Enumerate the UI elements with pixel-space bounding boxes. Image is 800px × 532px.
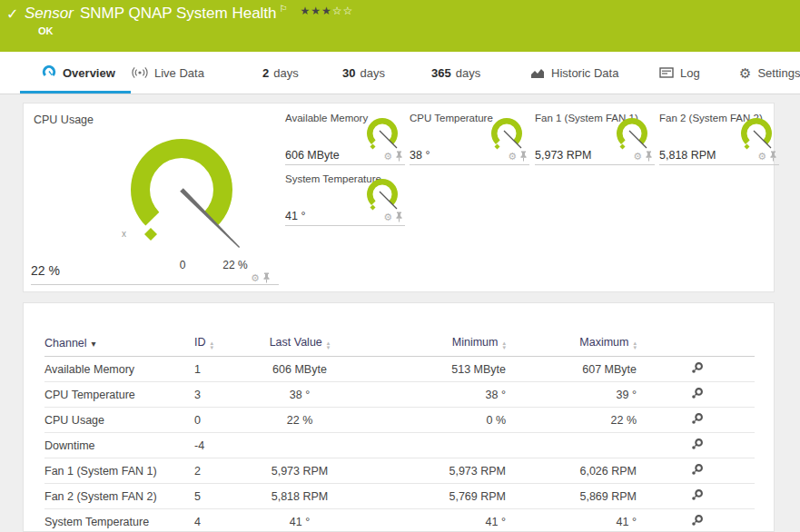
tab-log[interactable]: Log — [659, 52, 700, 94]
channel-id: 3 — [194, 382, 244, 408]
table-header-row: Channel▾ ID▴▾ Last Value▴▾ Minimum▴▾ Max… — [44, 336, 755, 357]
log-list-icon — [659, 67, 674, 78]
tab-live-data[interactable]: Live Data — [132, 52, 204, 94]
maximum-value: 41 ° — [509, 509, 640, 532]
channels-table: Channel▾ ID▴▾ Last Value▴▾ Minimum▴▾ Max… — [44, 336, 755, 532]
channels-panel: Channel▾ ID▴▾ Last Value▴▾ Minimum▴▾ Max… — [23, 302, 775, 532]
area-chart-icon — [530, 67, 545, 79]
col-header-last-value[interactable]: Last Value▴▾ — [244, 336, 355, 357]
sort-icon: ▴▾ — [502, 340, 506, 350]
pin-icon[interactable] — [519, 151, 528, 162]
channel-id: 2 — [194, 458, 244, 484]
priority-flag-icon[interactable]: ⚐ — [280, 4, 288, 14]
channel-name: CPU Usage — [44, 408, 194, 433]
gear-icon[interactable]: ⚙ — [508, 152, 517, 162]
tab-label: days — [273, 66, 298, 80]
channel-settings-icon[interactable] — [691, 412, 704, 428]
maximum-value: 39 ° — [509, 382, 640, 408]
tab-number: 2 — [262, 66, 269, 80]
tab-30-days[interactable]: 30 days — [342, 52, 385, 94]
gauge-value: 606 MByte — [285, 149, 340, 162]
channel-settings-icon[interactable] — [691, 463, 704, 478]
tab-365-days[interactable]: 365 days — [431, 52, 480, 94]
sort-icon: ▴▾ — [633, 340, 637, 350]
tab-label: Overview — [63, 66, 115, 80]
gauge-cell-actions: ⚙ — [508, 151, 528, 162]
tab-2-days[interactable]: 2 days — [262, 52, 299, 94]
channel-name: Fan 1 (System FAN 1) — [44, 458, 194, 484]
table-row: Downtime -4 — [44, 433, 755, 458]
pin-icon[interactable] — [395, 212, 403, 222]
minimum-value: 41 ° — [355, 509, 509, 532]
gear-icon[interactable]: ⚙ — [757, 152, 766, 162]
gauge-cell-actions: ⚙ — [757, 151, 777, 162]
stars-filled[interactable]: ★★★ — [301, 5, 332, 17]
gauge-value: 41 ° — [285, 210, 305, 222]
maximum-value: 6,026 RPM — [509, 458, 640, 484]
channel-settings-icon[interactable] — [691, 361, 704, 377]
gauge-icon — [42, 65, 56, 80]
gauge-scale-min: 0 — [173, 259, 192, 271]
channel-settings-icon[interactable] — [691, 387, 704, 402]
last-value: 5,973 RPM — [244, 458, 355, 484]
sensor-type-label: Sensor — [25, 5, 74, 22]
gauge-label: CPU Temperature — [410, 113, 493, 123]
col-header-channel[interactable]: Channel▾ — [44, 336, 194, 357]
status-ok-check-icon: ✓ — [6, 5, 18, 23]
tab-label: Settings — [757, 66, 800, 80]
tab-label: Historic Data — [551, 66, 618, 80]
tab-historic-data[interactable]: Historic Data — [530, 52, 618, 94]
channel-settings-icon[interactable] — [691, 488, 704, 504]
tab-bar: Overview Live Data 2 days 30 days 365 da… — [0, 52, 800, 94]
pin-icon[interactable] — [769, 151, 777, 162]
table-row: CPU Usage 0 22 % 0 % 22 % — [44, 408, 755, 433]
minimum-value: 38 ° — [355, 382, 509, 408]
prtg-sensor-page: ✓ SensorSNMP QNAP System Health⚐★★★☆☆ OK… — [0, 0, 800, 532]
last-value: 5,818 RPM — [244, 484, 355, 509]
gauge-value: 5,818 RPM — [659, 149, 716, 162]
gear-icon[interactable]: ⚙ — [251, 273, 260, 283]
col-header-id[interactable]: ID▴▾ — [194, 336, 244, 357]
minimum-value: 0 % — [355, 408, 509, 433]
gear-icon[interactable]: ⚙ — [383, 152, 392, 162]
gear-icon: ⚙ — [739, 66, 751, 80]
gear-icon[interactable]: ⚙ — [383, 212, 392, 222]
gear-icon[interactable]: ⚙ — [633, 152, 642, 162]
sort-desc-icon: ▾ — [92, 339, 96, 349]
table-row: Available Memory 1 606 MByte 513 MByte 6… — [44, 357, 755, 382]
tab-number: 30 — [342, 66, 355, 80]
tab-label: Log — [680, 66, 700, 80]
stars-empty[interactable]: ☆☆ — [332, 5, 354, 17]
tab-label: days — [456, 66, 480, 80]
page-title: SNMP QNAP System Health — [80, 5, 277, 22]
table-row: Fan 2 (System FAN 2) 5 5,818 RPM 5,769 R… — [44, 484, 755, 509]
channel-id: 5 — [194, 484, 244, 509]
table-row: System Temperature 4 41 ° 41 ° 41 ° — [44, 509, 755, 532]
favorite-star-rating[interactable]: ★★★☆☆ — [301, 5, 354, 17]
pin-icon[interactable] — [645, 151, 653, 162]
tab-label: days — [360, 66, 384, 80]
col-header-maximum[interactable]: Maximum▴▾ — [509, 336, 640, 357]
maximum-value: 22 % — [509, 408, 640, 433]
gauge-value: 38 ° — [410, 149, 430, 162]
sensor-title-line: SensorSNMP QNAP System Health⚐★★★☆☆ — [25, 4, 353, 23]
gauge-cell-system-temperature: System Temperature 41 ° ⚙ — [285, 173, 405, 226]
tab-settings[interactable]: ⚙ Settings — [739, 52, 800, 94]
col-header-minimum[interactable]: Minimum▴▾ — [355, 336, 509, 357]
channel-id: -4 — [194, 433, 244, 458]
tab-overview[interactable]: Overview — [42, 52, 115, 94]
gauge-axis-mark: x — [122, 229, 126, 239]
tab-number: 365 — [431, 66, 451, 80]
channel-name: Available Memory — [44, 357, 194, 382]
channel-settings-icon[interactable] — [691, 438, 704, 453]
last-value: 38 ° — [244, 382, 355, 408]
gauge-cell-fan1: Fan 1 (System FAN 1) 5,973 RPM ⚙ — [535, 113, 655, 165]
channel-name: Downtime — [44, 433, 194, 458]
pin-icon[interactable] — [395, 151, 403, 162]
channel-name: Fan 2 (System FAN 2) — [44, 484, 194, 509]
table-row: CPU Temperature 3 38 ° 38 ° 39 ° — [44, 382, 755, 408]
channel-name: CPU Temperature — [44, 382, 194, 408]
last-value: 22 % — [244, 408, 355, 433]
pin-icon[interactable] — [262, 272, 271, 283]
channel-settings-icon[interactable] — [691, 514, 704, 529]
